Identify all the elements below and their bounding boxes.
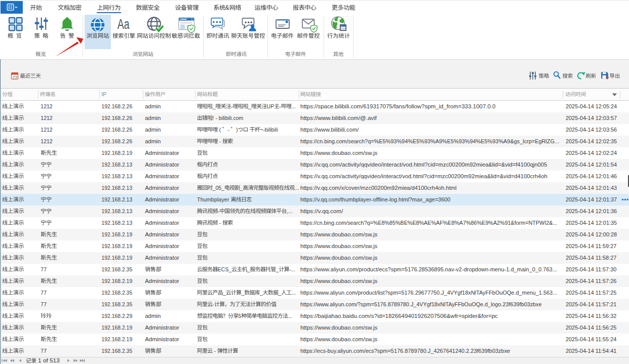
svg-text:2025-04-14 12:01:54: 2025-04-14 12:01:54 <box>566 161 617 168</box>
svg-text:admin: admin <box>145 313 161 319</box>
svg-text:https://baijiahao.baidu.com/s?: https://baijiahao.baidu.com/s?id=1826649… <box>300 313 498 319</box>
svg-text:192.168.2.13: 192.168.2.13 <box>102 220 133 226</box>
svg-text:-...: -... <box>289 266 295 272</box>
svg-text:https://www.doubao.com/sw.js: https://www.doubao.com/sw.js <box>300 150 377 156</box>
svg-text:-: - <box>279 103 281 109</box>
svg-text:Administrator: Administrator <box>145 161 179 168</box>
svg-text:2025-04-14 11:56:32: 2025-04-14 11:56:32 <box>566 313 616 319</box>
svg-text:77: 77 <box>41 266 47 272</box>
svg-text:...: ... <box>291 103 296 109</box>
svg-text:192.168.2.19: 192.168.2.19 <box>102 244 133 249</box>
svg-text:https://www.bilibili.com/: https://www.bilibili.com/ <box>300 127 359 133</box>
svg-text:admin: admin <box>145 127 161 133</box>
svg-text:&: & <box>225 4 229 11</box>
svg-text:192.168.2.13: 192.168.2.13 <box>102 209 133 214</box>
svg-text:2025-04-14 11:57:25: 2025-04-14 11:57:25 <box>566 290 616 296</box>
svg-text:UP: UP <box>267 103 274 109</box>
svg-text:192.168.2.29: 192.168.2.29 <box>102 313 133 319</box>
svg-text:_: _ <box>259 290 263 296</box>
svg-text:1212: 1212 <box>41 115 53 121</box>
svg-text:-: - <box>227 127 229 133</box>
svg-text:192.168.2.35: 192.168.2.35 <box>102 290 133 296</box>
svg-text:192.168.2.26: 192.168.2.26 <box>102 104 133 109</box>
svg-text:admin: admin <box>145 103 161 109</box>
svg-text:2025-04-14 11:56:25: 2025-04-14 11:56:25 <box>566 325 616 331</box>
svg-text:! - bilibili.com: ! - bilibili.com <box>213 115 244 121</box>
svg-text:23: 23 <box>13 75 17 79</box>
svg-text:Thumbplayer: Thumbplayer <box>197 196 229 203</box>
svg-text:Administrator: Administrator <box>145 336 179 342</box>
svg-text:https://space.bilibili.com/619: https://space.bilibili.com/619317075/fan… <box>300 103 495 109</box>
svg-text:-: - <box>214 348 216 354</box>
svg-text:1212: 1212 <box>41 138 53 144</box>
svg-text:192.168.2.13: 192.168.2.13 <box>102 197 133 203</box>
svg-text:192.168.2.26: 192.168.2.26 <box>102 139 133 144</box>
svg-text:192.168.2.26: 192.168.2.26 <box>102 127 133 133</box>
svg-text:77: 77 <box>41 301 47 307</box>
svg-text:https://www.doubao.com/sw.js: https://www.doubao.com/sw.js <box>300 278 377 284</box>
svg-text:Administrator: Administrator <box>145 150 179 156</box>
svg-text:https://v.qq.com/: https://v.qq.com/ <box>300 208 343 214</box>
svg-text:https://cn.bing.com/search?q=%: https://cn.bing.com/search?q=%E5%93%94%E… <box>300 138 559 144</box>
svg-text:...: ... <box>288 313 292 319</box>
svg-text:): ) <box>236 127 238 133</box>
svg-text:2025-04-14 11:57:26: 2025-04-14 11:57:26 <box>566 278 616 284</box>
svg-text:-: - <box>218 208 220 214</box>
svg-text:https://www.aliyun.com/?spm=51: https://www.aliyun.com/?spm=5176.8789780… <box>300 301 542 307</box>
svg-text:https://www.doubao.com/sw.js: https://www.doubao.com/sw.js <box>300 231 377 237</box>
svg-text:https://v.qq.com/activity/qqvi: https://v.qq.com/activity/qqvideo/intera… <box>300 173 547 179</box>
svg-text:192.168.2.35: 192.168.2.35 <box>102 267 133 272</box>
svg-text:_: _ <box>212 103 216 109</box>
svg-text:5: 5 <box>239 313 242 319</box>
svg-text:192.168.2.13: 192.168.2.13 <box>102 162 133 168</box>
svg-text:2025-04-14 11:59:27: 2025-04-14 11:59:27 <box>566 243 616 249</box>
svg-text:IP: IP <box>101 92 106 97</box>
svg-text:Administrator: Administrator <box>145 255 179 261</box>
svg-text:...: ... <box>292 290 296 296</box>
svg-text:https://ecs-buy.aliyun.com/ecs: https://ecs-buy.aliyun.com/ecs?spm=5176.… <box>300 348 510 354</box>
svg-text:Administrator: Administrator <box>145 208 179 214</box>
svg-text:1 of 513: 1 of 513 <box>38 357 60 364</box>
svg-text:2025-04-14 11:58:27: 2025-04-14 11:58:27 <box>566 255 616 261</box>
svg-text:Administrator: Administrator <box>145 220 179 226</box>
svg-text:-: - <box>213 301 215 307</box>
svg-text:2025-04-14 12:01:36: 2025-04-14 12:01:36 <box>566 208 617 214</box>
svg-text:2025-04-14 11:54:41: 2025-04-14 11:54:41 <box>566 348 616 354</box>
svg-text:192.168.2.13: 192.168.2.13 <box>102 185 133 191</box>
svg-text:https://www.aliyun.com/product: https://www.aliyun.com/product/list?spm=… <box>300 290 557 296</box>
svg-text:77: 77 <box>41 348 47 354</box>
svg-text:https://www.doubao.com/sw.js: https://www.doubao.com/sw.js <box>300 325 377 331</box>
svg-text:_: _ <box>240 185 243 191</box>
svg-text:https://www.doubao.com/sw.js: https://www.doubao.com/sw.js <box>300 243 377 249</box>
svg-text:_: _ <box>276 266 279 272</box>
svg-text:2025-04-14 12:03:57: 2025-04-14 12:03:57 <box>566 115 617 121</box>
svg-text:192.168.2.19: 192.168.2.19 <box>102 278 133 284</box>
svg-text:2025-04-14 12:01:46: 2025-04-14 12:01:46 <box>566 173 617 179</box>
svg-text:(: ( <box>219 127 221 133</box>
svg-text:192.168.2.19: 192.168.2.19 <box>102 255 133 261</box>
svg-text:192.168.2.35: 192.168.2.35 <box>102 302 133 307</box>
svg-text:2025-04-14 12:00:28: 2025-04-14 12:00:28 <box>566 231 617 237</box>
svg-text:2025-04-14 11:55:24: 2025-04-14 11:55:24 <box>566 336 616 342</box>
svg-text:~-bilibili: ~-bilibili <box>260 127 278 133</box>
svg-text:192.168.2.13: 192.168.2.13 <box>102 174 133 179</box>
svg-text:_: _ <box>278 290 281 296</box>
svg-text:2025-04-14 12:01:37: 2025-04-14 12:01:37 <box>566 196 617 203</box>
svg-text:1212: 1212 <box>41 127 53 133</box>
svg-text:https://v.qq.com/activity/qqvi: https://v.qq.com/activity/qqvideo/intera… <box>300 161 547 168</box>
svg-text:_: _ <box>241 290 244 296</box>
svg-text:https://v.qq.com/x/cover/mzc00: https://v.qq.com/x/cover/mzc00200m92miea… <box>300 185 457 191</box>
svg-text:_: _ <box>248 103 251 109</box>
svg-text:admin: admin <box>145 115 161 121</box>
svg-text:admin: admin <box>145 138 161 144</box>
svg-text:2025-04-14 12:02:35: 2025-04-14 12:02:35 <box>566 138 617 144</box>
svg-text:-: - <box>219 138 221 144</box>
svg-text:192.168.2.19: 192.168.2.19 <box>102 325 133 331</box>
svg-text:Administrator: Administrator <box>145 243 179 249</box>
svg-text:Administrator: Administrator <box>145 231 179 237</box>
svg-text:2025-04-14 12:01:43: 2025-04-14 12:01:43 <box>566 185 617 191</box>
svg-text:192.168.2.19: 192.168.2.19 <box>102 337 133 342</box>
svg-text:Administrator: Administrator <box>145 185 179 191</box>
svg-text:https://v.qq.com/thumbplayer-o: https://v.qq.com/thumbplayer-offline-log… <box>300 196 450 203</box>
svg-text:2025-04-14 11:57:30: 2025-04-14 11:57:30 <box>566 266 616 272</box>
